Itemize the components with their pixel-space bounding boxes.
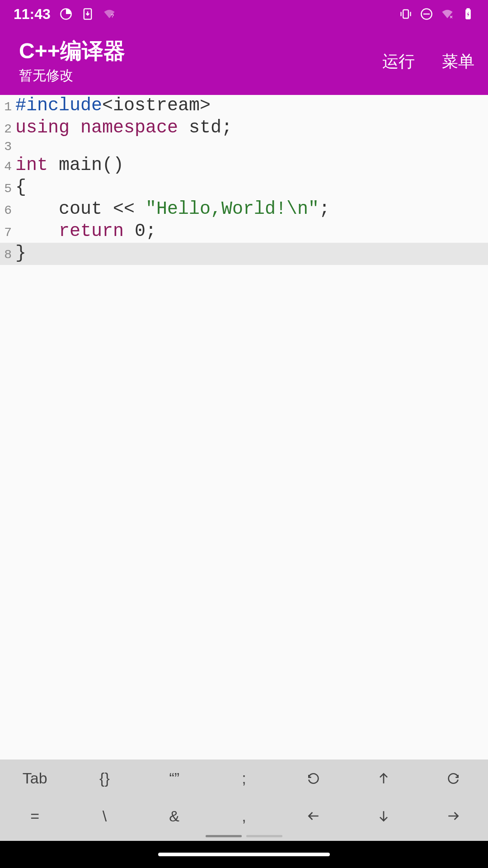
code-content[interactable]: return 0;: [15, 221, 156, 243]
toolbar-key-symbol[interactable]: ,: [209, 797, 279, 835]
run-button[interactable]: 运行: [382, 51, 415, 73]
line-number: 6: [0, 203, 15, 218]
app-icon-circle: [60, 8, 72, 20]
code-line[interactable]: 2using namespace std;: [0, 117, 488, 139]
menu-button[interactable]: 菜单: [442, 51, 474, 73]
code-content[interactable]: using namespace std;: [15, 117, 232, 139]
keyboard-toolbar: Tab{}“”; =\&,: [0, 760, 488, 841]
code-line[interactable]: 7 return 0;: [0, 221, 488, 243]
code-content[interactable]: int main(): [15, 155, 124, 177]
toolbar-key-right[interactable]: [418, 797, 488, 835]
svg-rect-10: [467, 8, 470, 10]
right-icon: [446, 809, 460, 823]
code-content[interactable]: cout << "Hello,World!\n";: [15, 198, 330, 221]
code-content[interactable]: }: [15, 243, 26, 265]
header-actions: 运行 菜单: [382, 51, 474, 73]
toolbar-key-redo[interactable]: [418, 760, 488, 797]
down-icon: [376, 809, 391, 823]
toolbar-key-undo[interactable]: [279, 760, 348, 797]
line-number: 4: [0, 159, 15, 175]
page-dot-inactive: [246, 835, 282, 837]
svg-text:×: ×: [450, 14, 453, 20]
nav-pill[interactable]: [158, 853, 330, 856]
code-editor[interactable]: 1#include<iostream>2using namespace std;…: [0, 95, 488, 760]
vibrate-icon: [399, 8, 412, 20]
code-line[interactable]: 1#include<iostream>: [0, 95, 488, 117]
file-status: 暂无修改: [19, 66, 125, 85]
download-icon: [81, 8, 94, 20]
left-icon: [306, 809, 321, 823]
toolbar-key-up[interactable]: [348, 760, 418, 797]
wifi-off-icon: ×: [441, 8, 454, 20]
status-bar: 11:43 ? ×: [0, 0, 488, 28]
code-line[interactable]: 3: [0, 139, 488, 155]
toolbar-key-symbol[interactable]: &: [140, 797, 209, 835]
svg-text:?: ?: [111, 13, 114, 19]
line-number: 5: [0, 181, 15, 197]
toolbar-row-2: =\&,: [0, 797, 488, 835]
toolbar-key-Tab[interactable]: Tab: [0, 760, 70, 797]
toolbar-key-symbol[interactable]: =: [0, 797, 70, 835]
battery-charging-icon: [462, 8, 474, 20]
svg-rect-3: [403, 10, 408, 19]
line-number: 8: [0, 247, 15, 263]
toolbar-key-symbol[interactable]: \: [70, 797, 139, 835]
line-number: 7: [0, 225, 15, 241]
toolbar-row-1: Tab{}“”;: [0, 760, 488, 797]
toolbar-key-down[interactable]: [348, 797, 418, 835]
app-title: C++编译器: [19, 38, 125, 64]
undo-icon: [306, 771, 321, 786]
page-dot-active: [206, 835, 242, 837]
toolbar-key-symbol[interactable]: {}: [70, 760, 139, 797]
header-title-area: C++编译器 暂无修改: [19, 38, 125, 85]
line-number: 3: [0, 139, 15, 155]
status-right: ×: [399, 8, 474, 20]
code-content[interactable]: #include<iostream>: [15, 95, 211, 117]
code-content[interactable]: {: [15, 177, 26, 199]
toolbar-key-symbol[interactable]: “”: [140, 760, 209, 797]
nav-bar: [0, 841, 488, 868]
wifi-question-icon: ?: [103, 8, 116, 20]
status-left: 11:43 ?: [14, 6, 116, 23]
toolbar-key-symbol[interactable]: ;: [209, 760, 279, 797]
redo-icon: [446, 771, 460, 786]
code-line[interactable]: 5{: [0, 177, 488, 199]
code-line[interactable]: 8}: [0, 243, 488, 265]
dnd-icon: [420, 8, 433, 20]
code-line[interactable]: 6 cout << "Hello,World!\n";: [0, 198, 488, 221]
status-time: 11:43: [14, 6, 51, 23]
line-number: 1: [0, 99, 15, 115]
toolbar-key-left[interactable]: [279, 797, 348, 835]
app-header: C++编译器 暂无修改 运行 菜单: [0, 28, 488, 95]
line-number: 2: [0, 122, 15, 137]
up-icon: [376, 771, 391, 786]
page-indicator: [0, 835, 488, 841]
code-line[interactable]: 4int main(): [0, 155, 488, 177]
